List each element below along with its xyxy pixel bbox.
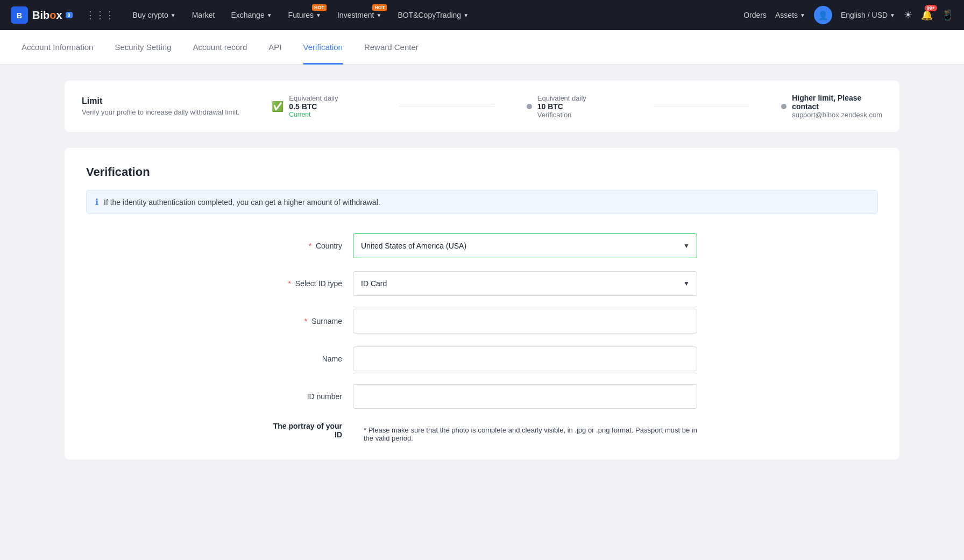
country-row: * Country United States of America (USA)…	[267, 233, 697, 258]
subnav-reward-center[interactable]: Reward Center	[364, 30, 419, 65]
orders-link[interactable]: Orders	[743, 11, 767, 19]
photo-note-title: The portray of your ID	[267, 422, 342, 439]
notification-count: 99+	[925, 5, 937, 11]
info-text: If the identity authentication completed…	[104, 198, 380, 207]
bot-arrow: ▼	[463, 12, 469, 18]
subnav-api[interactable]: API	[268, 30, 281, 65]
limit-line-2	[654, 106, 749, 107]
investment-hot-badge: HOT	[372, 4, 387, 11]
subnav-security-setting[interactable]: Security Setting	[115, 30, 171, 65]
futures-hot-badge: HOT	[312, 4, 327, 11]
limit-step-1-label: Equivalent daily	[289, 94, 338, 102]
country-select[interactable]: United States of America (USA)	[353, 233, 697, 258]
language-arrow: ▼	[890, 12, 895, 18]
theme-toggle[interactable]: ☀	[904, 9, 912, 21]
limit-step-1-value: 0.5 BTC	[289, 102, 338, 111]
limit-line-1	[399, 106, 494, 107]
nav-exchange[interactable]: Exchange ▼	[224, 9, 278, 22]
nav-buy-crypto[interactable]: Buy crypto ▼	[126, 9, 182, 22]
limit-step-dot-2	[527, 104, 532, 109]
limit-step-1: ✅ Equivalent daily 0.5 BTC Current	[272, 94, 367, 118]
buy-crypto-arrow: ▼	[171, 12, 176, 18]
assets-arrow: ▼	[800, 12, 805, 18]
limit-step-3-label: Higher limit, Please contact	[792, 94, 882, 111]
limit-subtitle: Verify your profile to increase daily wi…	[82, 108, 239, 116]
id-type-row: * Select ID type ID Card Passport Driver…	[267, 271, 697, 296]
assets-link[interactable]: Assets ▼	[775, 11, 805, 19]
nav-investment[interactable]: HOT Investment ▼	[331, 9, 388, 22]
surname-row: * Surname	[267, 309, 697, 334]
main-content: Limit Verify your profile to increase da…	[0, 65, 964, 560]
photo-note-row: The portray of your ID * Please make sur…	[267, 422, 697, 442]
name-input[interactable]	[353, 346, 697, 371]
check-icon-1: ✅	[272, 101, 283, 112]
country-label: * Country	[267, 242, 353, 250]
subnav: Account Information Security Setting Acc…	[0, 30, 964, 65]
limit-step-1-current: Current	[289, 111, 338, 118]
logo[interactable]: B Bibox 8	[11, 6, 73, 24]
exchange-arrow: ▼	[267, 12, 272, 18]
id-type-select-wrapper: ID Card Passport Driver's License ▼	[353, 271, 697, 296]
limit-step-2-info: Equivalent daily 10 BTC Verification	[537, 94, 586, 119]
name-label: Name	[267, 355, 353, 363]
investment-arrow: ▼	[376, 12, 381, 18]
subnav-account-info[interactable]: Account Information	[22, 30, 93, 65]
notifications-button[interactable]: 🔔 99+	[921, 9, 933, 21]
limit-step-3: Higher limit, Please contact support@bib…	[781, 94, 882, 119]
limit-step-2-label: Equivalent daily	[537, 94, 586, 102]
subnav-verification[interactable]: Verification	[303, 30, 343, 65]
svg-text:B: B	[17, 11, 22, 20]
limit-step-dot-3	[781, 104, 786, 109]
nav-market[interactable]: Market	[186, 9, 222, 22]
logo-badge: 8	[66, 12, 73, 18]
logo-text: Bibox	[32, 9, 62, 22]
mobile-icon[interactable]: 📱	[941, 9, 953, 21]
limit-step-2-value: 10 BTC	[537, 102, 586, 111]
limit-info: Limit Verify your profile to increase da…	[82, 96, 239, 116]
surname-label: * Surname	[267, 317, 353, 325]
nav-bot[interactable]: BOT&CopyTrading ▼	[391, 9, 475, 22]
grid-menu-button[interactable]: ⋮⋮⋮	[81, 7, 119, 23]
subnav-account-record[interactable]: Account record	[193, 30, 247, 65]
limit-step-2-sublabel: Verification	[537, 111, 586, 119]
id-number-label: ID number	[267, 392, 353, 401]
limit-step-3-sublabel: support@bibox.zendesk.com	[792, 111, 882, 119]
info-icon: ℹ	[95, 197, 98, 207]
surname-input[interactable]	[353, 309, 697, 334]
info-banner: ℹ If the identity authentication complet…	[86, 190, 878, 214]
limit-step-3-info: Higher limit, Please contact support@bib…	[792, 94, 882, 119]
limit-step-2: Equivalent daily 10 BTC Verification	[527, 94, 622, 119]
limit-title: Limit	[82, 96, 239, 106]
id-number-row: ID number	[267, 384, 697, 409]
id-number-input[interactable]	[353, 384, 697, 409]
language-selector[interactable]: English / USD ▼	[841, 11, 895, 19]
nav-futures[interactable]: HOT Futures ▼	[282, 9, 328, 22]
navbar-right: Orders Assets ▼ 👤 English / USD ▼ ☀ 🔔 99…	[743, 6, 953, 24]
name-row: Name	[267, 346, 697, 371]
verification-card: Verification ℹ If the identity authentic…	[65, 148, 899, 459]
id-type-label: * Select ID type	[267, 279, 353, 288]
photo-note-left: The portray of your ID	[267, 422, 353, 441]
verification-title: Verification	[86, 165, 878, 179]
id-type-select[interactable]: ID Card Passport Driver's License	[353, 271, 697, 296]
logo-icon: B	[11, 6, 28, 24]
futures-arrow: ▼	[316, 12, 321, 18]
limit-step-1-info: Equivalent daily 0.5 BTC Current	[289, 94, 338, 118]
photo-note-text: * Please make sure that the photo is com…	[364, 422, 697, 442]
user-avatar[interactable]: 👤	[814, 6, 832, 24]
limit-card: Limit Verify your profile to increase da…	[65, 81, 899, 132]
country-select-wrapper: United States of America (USA) ▼	[353, 233, 697, 258]
navbar: B Bibox 8 ⋮⋮⋮ Buy crypto ▼ Market Exchan…	[0, 0, 964, 30]
